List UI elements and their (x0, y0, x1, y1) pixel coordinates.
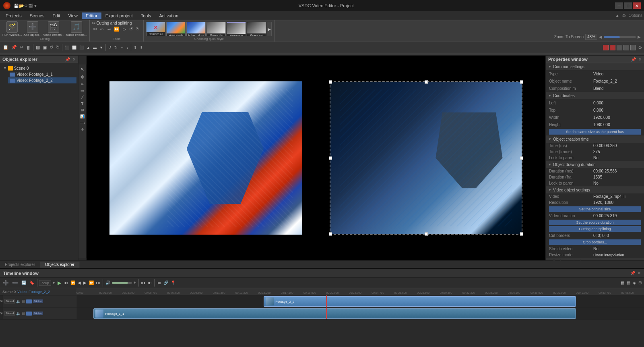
track-blend-1[interactable]: Blend (4, 299, 15, 303)
tree-item-footage22[interactable]: Video: Footage_2_2 (8, 77, 76, 83)
quickstyle-grayscale-1[interactable]: Grayscale (206, 22, 226, 36)
tree-item-scene0[interactable]: ▼ Scene 0 (2, 65, 76, 71)
edit-align-mid[interactable]: ▬ (92, 45, 98, 50)
cut-tool-3[interactable]: ⤻ (106, 26, 112, 32)
tl-next-frame[interactable]: ⏭ (95, 280, 101, 285)
titlebar-icon-3[interactable]: ⚙ (24, 4, 28, 8)
minimize-button[interactable]: ─ (615, 2, 623, 9)
options-label[interactable]: Options (629, 13, 642, 18)
tl-res-dropdown[interactable]: ▼ (52, 281, 56, 285)
red-box-5[interactable] (630, 45, 636, 50)
track-layers-2[interactable]: ▤ (22, 312, 25, 315)
menu-editor[interactable]: Editor (82, 12, 101, 19)
edit-ungroup-icon[interactable]: ▣ (41, 44, 48, 50)
quickstyle-auto-levels[interactable]: Auto levels (166, 22, 186, 36)
tool-pointer[interactable]: ↖ (80, 66, 85, 73)
menu-activation[interactable]: Activation (155, 12, 182, 19)
sel-handle-tm[interactable] (425, 81, 428, 84)
cut-tool-5[interactable]: ▷ (122, 26, 127, 32)
track-vol-2[interactable]: 🔉 (16, 312, 21, 316)
tl-vol-plus[interactable]: + (133, 280, 137, 285)
red-box-1[interactable] (603, 45, 609, 50)
menu-scenes[interactable]: Scenes (26, 12, 49, 19)
prop-coords-header[interactable]: ▼ Coordinates (546, 92, 644, 99)
tl-grid-btn-1[interactable]: ▦ (620, 280, 625, 285)
edit-rotate-right[interactable]: ↻ (113, 45, 119, 50)
tl-prev-sec[interactable]: ⏪ (70, 280, 76, 285)
menu-edit[interactable]: Edit (48, 12, 64, 19)
sel-handle-br[interactable] (520, 233, 523, 236)
timeline-pin-icon[interactable]: 📌 (630, 271, 635, 275)
tool-chart[interactable]: 📊 (79, 114, 85, 119)
tl-snap-btn[interactable]: 🔗 (163, 280, 169, 285)
prop-cutting-btn[interactable]: Cutting and splitting (549, 226, 641, 232)
edit-flip-v[interactable]: ↕ (126, 45, 130, 50)
prop-source-duration-btn[interactable]: Set the source duration (549, 220, 641, 225)
edit-delete-icon[interactable]: 🗑 (25, 45, 32, 50)
run-wizard-btn[interactable]: 🪄 Run Wizard... (2, 21, 22, 37)
prop-original-size-btn[interactable]: Set the original size (549, 206, 641, 212)
tool-move[interactable]: ✥ (80, 74, 85, 81)
sel-handle-bl[interactable] (329, 233, 332, 236)
edit-align-left[interactable]: ⬛ (64, 45, 70, 50)
track-layers-1[interactable]: ▤ (22, 299, 25, 303)
properties-pin-icon[interactable]: 📌 (631, 57, 636, 62)
zoom-minus[interactable]: ◀ (599, 35, 602, 39)
properties-close-icon[interactable]: ✕ (638, 57, 642, 62)
tool-pen[interactable]: ✏ (80, 81, 85, 87)
zoom-dropdown[interactable]: 48% (585, 34, 597, 40)
prop-video-header[interactable]: ▼ Video object settings (546, 187, 644, 193)
track-eye-2[interactable]: 👁 (0, 312, 3, 316)
prop-duration-header[interactable]: ▼ Object drawing duration (546, 161, 644, 168)
menu-export[interactable]: Export project (101, 12, 137, 19)
track-blend-2[interactable]: Blend (4, 311, 15, 316)
zoom-slider[interactable] (604, 36, 636, 38)
edit-layer-down[interactable]: ⬇ (138, 45, 144, 50)
tl-start-btn[interactable]: ⏮ (140, 280, 146, 285)
prop-creation-header[interactable]: ▼ Object creation time (546, 136, 644, 143)
tl-minus-btn[interactable]: ➖ (11, 280, 19, 286)
menu-view[interactable]: View (64, 12, 82, 19)
prop-common-header[interactable]: ▼ Common settings (546, 63, 644, 70)
red-box-2[interactable] (610, 45, 615, 50)
cut-tool-1[interactable]: ✂ (92, 26, 98, 32)
sel-handle-tr[interactable] (520, 81, 523, 84)
edit-align-right[interactable]: ⬛ (78, 45, 85, 50)
tl-vol-slider[interactable] (112, 282, 132, 284)
cut-tool-2[interactable]: ⤺ (99, 26, 105, 32)
prop-bg-header[interactable]: ▼ Background color (546, 258, 644, 260)
tool-line[interactable]: ╱ (80, 94, 84, 100)
sel-handle-bm[interactable] (425, 233, 428, 236)
tool-move2[interactable]: ✛ (80, 127, 85, 132)
edit-align-center[interactable]: ⬜ (71, 45, 78, 50)
audio-effects-btn[interactable]: 🎵 Audio effects... (66, 21, 87, 37)
sel-handle-ml[interactable] (329, 156, 332, 160)
tab-objects-explorer[interactable]: Objects explorer (40, 262, 80, 268)
track-vol-1[interactable]: 🔉 (16, 299, 21, 303)
tl-end-btn[interactable]: ⏭ (147, 280, 153, 285)
tl-step-fwd[interactable]: ▶ (83, 280, 87, 285)
tab-projects-explorer[interactable]: Projects explorer (0, 262, 40, 268)
titlebar-icon-4[interactable]: 🎬 (28, 4, 33, 8)
tool-rect[interactable]: ▭ (80, 88, 85, 94)
quickstyle-auto-contrast[interactable]: Auto contrast (186, 22, 206, 36)
video-effects-btn[interactable]: 🎬 Video effects... (43, 21, 64, 37)
titlebar-dropdown[interactable]: ▼ (33, 4, 37, 8)
options-gear-icon[interactable]: ⚙ (622, 13, 626, 19)
quickstyle-remove-all[interactable]: ✕ Remove all (146, 22, 165, 36)
tree-item-footage11[interactable]: Video: Footage_1_1 (8, 71, 76, 77)
tl-markers-btn[interactable]: 📍 (170, 280, 176, 285)
quickstyle-grayscale-3[interactable]: Grayscale (247, 22, 266, 36)
timeline-close-icon[interactable]: ✕ (638, 271, 641, 275)
menu-projects[interactable]: Projects (2, 12, 26, 19)
tool-crop[interactable]: ⊞ (80, 107, 85, 113)
menu-tools[interactable]: Tools (137, 12, 155, 19)
tl-vol-icon[interactable]: 🔊 (105, 280, 111, 285)
edit-align-bottom[interactable]: ▼ (98, 45, 104, 50)
sel-handle-tl[interactable] (329, 81, 332, 84)
zoom-plus[interactable]: ▶ (638, 35, 641, 39)
track-clip-footage22[interactable]: Footage_2_2 (264, 296, 576, 307)
maximize-button[interactable]: □ (624, 2, 632, 9)
prop-same-size-btn[interactable]: Set the same size as the parent has (549, 129, 641, 135)
tl-loop-btn[interactable]: 🔄 (20, 280, 27, 285)
